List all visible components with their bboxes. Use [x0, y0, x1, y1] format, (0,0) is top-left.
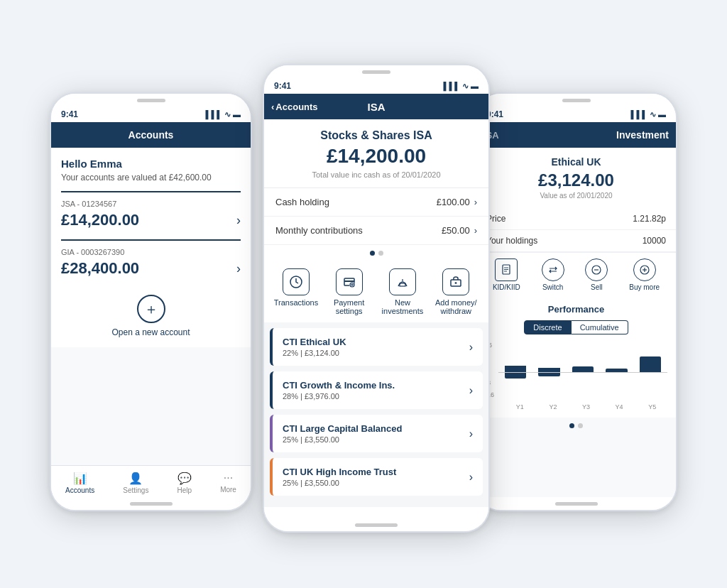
transactions-action[interactable]: Transactions: [274, 268, 319, 315]
sell-icon: [585, 258, 608, 281]
investment-ethical-uk[interactable]: CTI Ethical UK 22% | £3,124.00 ›: [270, 328, 483, 366]
account-gia[interactable]: GIA - 0003267390 £28,400.00 ›: [61, 248, 241, 278]
right-status-bar: 9:41 ▌▌▌ ∿ ▬: [476, 107, 676, 122]
performance-title: Performance: [485, 304, 667, 315]
right-app-header: ISA Investment: [476, 122, 676, 148]
x-label-y3: Y3: [571, 403, 601, 410]
payment-settings-action[interactable]: Payment settings: [327, 268, 372, 315]
ethical-uk-detail: 22% | £3,124.00: [283, 349, 346, 357]
jsa-amount: £14,200.00: [61, 211, 139, 229]
phones-container: 9:41 ▌▌▌ ∿ ▬ Accounts Hello Emma Your ac…: [14, 14, 713, 588]
sell-action[interactable]: Sell: [585, 258, 608, 291]
x-label-y5: Y5: [637, 403, 667, 410]
switch-label: Switch: [542, 283, 563, 291]
center-status-icons: ▌▌▌ ∿ ▬: [444, 82, 479, 91]
home-bar: [130, 502, 173, 506]
left-screen: Hello Emma Your accounts are valued at £…: [51, 148, 251, 465]
right-notch-bar: [562, 99, 591, 102]
investment-large-capital[interactable]: CTI Large Capital Balanced 25% | £3,550.…: [270, 415, 483, 452]
left-phone-home: [51, 497, 251, 510]
payment-settings-icon: [336, 268, 363, 295]
center-home-bar: [355, 523, 398, 527]
nav-accounts[interactable]: 📊 Accounts: [65, 472, 94, 494]
gia-id: GIA - 0003267390: [61, 248, 241, 256]
growth-income-detail: 28% | £3,976.00: [283, 392, 395, 401]
help-nav-icon: 💬: [177, 472, 192, 485]
left-phone: 9:41 ▌▌▌ ∿ ▬ Accounts Hello Emma Your ac…: [50, 92, 252, 511]
sell-label: Sell: [591, 283, 603, 291]
cumulative-tab[interactable]: Cumulative: [572, 320, 628, 334]
center-phone: 9:41 ▌▌▌ ∿ ▬ ‹ Accounts ISA Stocks & Sha…: [263, 64, 490, 533]
product-title: Stocks & Shares ISA: [278, 129, 474, 142]
high-income-detail: 25% | £3,550.00: [283, 479, 396, 487]
nav-more-label: More: [220, 486, 236, 494]
discrete-tab[interactable]: Discrete: [524, 320, 571, 334]
high-income-chevron: ›: [469, 471, 473, 484]
add-account-icon[interactable]: ＋: [137, 295, 165, 323]
right-dot-2: [578, 423, 583, 428]
buy-more-label: Buy more: [629, 283, 660, 291]
back-button[interactable]: ‹ Accounts: [271, 102, 318, 112]
price-row: Price 1.21.82p: [476, 208, 676, 230]
performance-tabs: Discrete Cumulative: [485, 320, 667, 334]
nav-help-label: Help: [177, 486, 192, 494]
right-phone-home: [476, 497, 676, 510]
svg-rect-2: [344, 281, 354, 282]
center-screen: Stocks & Shares ISA £14,200.00 Total val…: [264, 119, 488, 518]
high-income-name: CTI UK High Income Trust: [283, 467, 396, 477]
add-money-icon: [442, 268, 469, 295]
nav-help[interactable]: 💬 Help: [177, 472, 192, 494]
back-label: Accounts: [275, 102, 317, 112]
buy-more-action[interactable]: Buy more: [629, 258, 660, 291]
kid-kiid-label: KID/KIID: [493, 283, 520, 291]
signal-icon: ▌▌▌: [206, 110, 222, 119]
divider-2: [61, 239, 241, 241]
payment-settings-label: Payment settings: [327, 298, 372, 315]
right-dot-1: [569, 423, 574, 428]
investment-growth-income[interactable]: CTI Growth & Income Ins. 28% | £3,976.00…: [270, 371, 483, 409]
x-label-y1: Y1: [505, 403, 535, 410]
center-wifi-icon: ∿: [462, 82, 469, 91]
switch-action[interactable]: Switch: [542, 258, 564, 291]
right-date-note: Value as of 20/01/2020: [488, 192, 665, 200]
investment-list: CTI Ethical UK 22% | £3,124.00 › CTI Gro…: [264, 322, 488, 507]
back-chevron-icon: ‹: [271, 102, 274, 112]
right-hero: Ethical UK £3,124.00 Value as of 20/01/2…: [476, 148, 676, 208]
left-content: Hello Emma Your accounts are valued at £…: [51, 148, 251, 347]
gia-chevron[interactable]: ›: [236, 261, 241, 276]
right-dots-indicator: [476, 418, 676, 434]
jsa-chevron[interactable]: ›: [236, 213, 241, 228]
growth-income-name: CTI Growth & Income Ins.: [283, 380, 395, 391]
open-account-label: Open a new account: [111, 327, 190, 337]
investment-high-income[interactable]: CTI UK High Income Trust 25% | £3,550.00…: [270, 458, 483, 496]
growth-income-chevron: ›: [469, 384, 473, 397]
large-capital-chevron: ›: [469, 428, 473, 440]
kid-kiid-action[interactable]: KID/KIID: [493, 258, 520, 291]
nav-more[interactable]: ··· More: [220, 472, 236, 494]
cash-holding-row[interactable]: Cash holding £100.00 ›: [264, 188, 488, 217]
center-notch-bar: [362, 70, 390, 74]
center-header-title: ISA: [367, 101, 385, 113]
add-money-action[interactable]: Add money/ withdraw: [433, 268, 479, 315]
nav-settings[interactable]: 👤 Settings: [123, 472, 148, 494]
right-actions-row: KID/KIID Switch: [476, 252, 676, 297]
left-header-title: Accounts: [129, 129, 174, 141]
center-big-amount: £14,200.00: [278, 145, 474, 168]
dot-2: [378, 251, 383, 256]
monthly-contrib-row[interactable]: Monthly contributions £50.00 ›: [264, 217, 488, 245]
account-jsa[interactable]: JSA - 01234567 £14,200.00 ›: [61, 200, 241, 229]
center-status-bar: 9:41 ▌▌▌ ∿ ▬: [264, 78, 488, 94]
left-time: 9:41: [61, 109, 78, 119]
open-account-section[interactable]: ＋ Open a new account: [61, 295, 241, 337]
nav-accounts-label: Accounts: [65, 486, 94, 494]
new-investments-action[interactable]: New investments: [380, 268, 425, 315]
holdings-value: 10000: [643, 236, 666, 246]
greeting: Hello Emma: [61, 158, 241, 170]
actions-row: Transactions Payment settings: [264, 261, 488, 322]
gia-amount-row: £28,400.00 ›: [61, 259, 241, 278]
left-bottom-nav: 📊 Accounts 👤 Settings 💬 Help ··· More: [51, 465, 251, 497]
right-phone-notch: [476, 94, 676, 107]
x-label-y4: Y4: [604, 403, 635, 410]
buy-more-icon: [633, 258, 656, 281]
gia-amount: £28,400.00: [61, 259, 139, 278]
